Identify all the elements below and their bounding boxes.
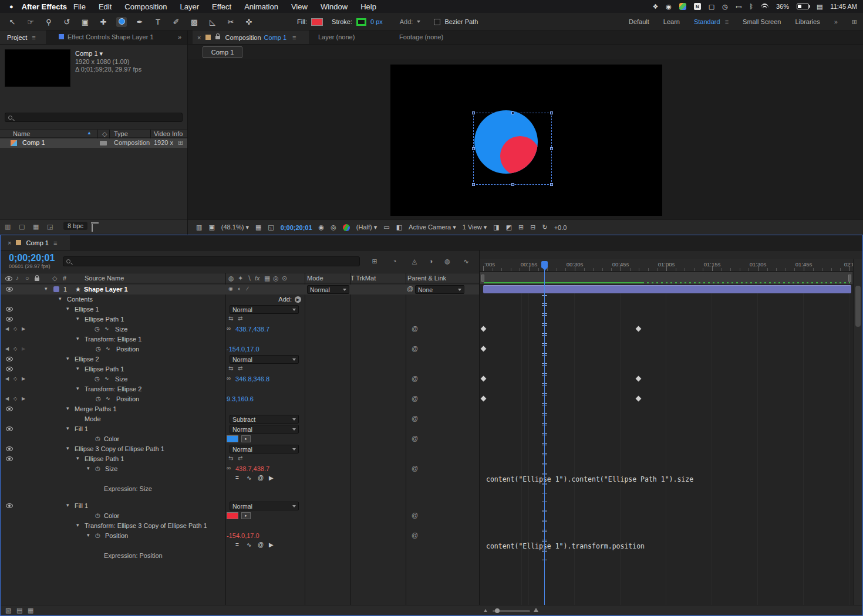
property-label[interactable]: Transform: Ellipse 1 (85, 336, 141, 343)
next-keyframe-icon[interactable]: ▶ (22, 327, 25, 331)
visibility-eye-icon[interactable] (6, 427, 13, 431)
property-value[interactable]: 9.3,160.6 (227, 395, 254, 402)
snapshot-icon[interactable]: ◉ (319, 224, 325, 231)
apple-menu-icon[interactable]: ● (9, 3, 14, 10)
pickwhip-icon[interactable]: @ (412, 415, 418, 422)
property-label[interactable]: Ellipse Path 1 (85, 365, 124, 373)
layer-duration-bar[interactable] (483, 285, 851, 293)
keyframe-diamond[interactable] (635, 326, 641, 332)
pickwhip-icon[interactable]: @ (412, 395, 418, 402)
property-label[interactable]: Position (116, 395, 139, 402)
path-direction-icon[interactable]: ⇆ (228, 316, 233, 321)
expression-enable-icon[interactable]: = (235, 475, 239, 481)
twirl-icon[interactable]: ▾ (66, 503, 69, 508)
project-row-comp1[interactable]: Comp 1 Composition 1920 x ⊞ (0, 138, 188, 148)
show-snapshot-icon[interactable]: ◎ (331, 224, 336, 231)
stopwatch-icon[interactable]: ◷ (95, 326, 100, 332)
graph-editor-icon[interactable]: ∿ (461, 257, 471, 266)
selection-bounding-box[interactable] (473, 113, 552, 185)
property-value[interactable]: 346.8,346.8 (235, 375, 269, 383)
handle-w[interactable] (472, 147, 475, 150)
new-composition-icon[interactable]: ▦ (33, 223, 39, 231)
layer-color-chip[interactable] (53, 286, 59, 292)
magnification-menu[interactable]: (48.1%) ▾ (221, 224, 249, 231)
keyframe-diamond[interactable] (635, 396, 641, 402)
twirl-icon[interactable]: ▾ (66, 306, 69, 312)
resolution-menu[interactable]: (Half) ▾ (356, 224, 377, 231)
property-label[interactable]: Size (115, 326, 127, 333)
twirl-icon[interactable]: ▾ (76, 456, 79, 461)
visibility-eye-icon[interactable] (6, 503, 13, 508)
prev-keyframe-icon[interactable]: ◀ (5, 397, 9, 401)
expand-in-out-icon[interactable]: ▧ (5, 607, 11, 614)
hide-shy-layers-icon[interactable]: ◬ (409, 257, 420, 266)
blend-mode-select[interactable]: Normal (230, 355, 299, 364)
delete-icon[interactable] (92, 224, 93, 232)
viewer-timecode[interactable]: 0;00;20;01 (281, 224, 312, 231)
col-parent[interactable]: Parent & Link (407, 275, 446, 282)
menu-item-animation[interactable]: Animation (238, 2, 285, 11)
expression-graph-icon[interactable]: ∿ (247, 475, 251, 481)
workspace-libraries[interactable]: Libraries (795, 18, 820, 25)
handle-s[interactable] (511, 183, 514, 186)
flowchart-button-icon[interactable]: ⊟ (530, 224, 535, 231)
col-mode[interactable]: Mode (307, 275, 323, 282)
graph-icon[interactable]: ∿ (106, 396, 110, 401)
viewer-tab-comp1[interactable]: Comp 1 (203, 46, 242, 58)
add-keyframe-icon[interactable]: ◇ (14, 327, 17, 331)
transparency-grid-icon[interactable]: ◧ (396, 224, 402, 231)
bezier-path-checkbox[interactable] (434, 19, 440, 25)
stroke-color-swatch[interactable] (356, 18, 366, 26)
property-label[interactable]: Color (104, 435, 119, 442)
constrain-link-icon[interactable]: ∞ (227, 465, 231, 471)
keyframe-diamond[interactable] (480, 376, 486, 382)
path-direction-icon[interactable]: ⇆ (228, 455, 233, 461)
timeline-track-area[interactable]: content("Ellipse 1").content("Ellipse Pa… (480, 285, 853, 605)
twirl-icon[interactable]: ▾ (76, 336, 79, 341)
clock-icon[interactable]: ◷ (722, 4, 728, 10)
handle-se[interactable] (550, 183, 553, 186)
expression-pickwhip-icon[interactable]: @ (258, 475, 264, 481)
pixel-aspect-icon[interactable]: ◨ (493, 224, 499, 231)
keyframe-diamond[interactable] (635, 376, 641, 382)
layer-switch-icon[interactable]: ◉ (228, 286, 233, 292)
current-time-indicator-head[interactable] (541, 261, 548, 268)
zoom-out-mountain-icon[interactable] (484, 609, 487, 612)
expand-modes-icon[interactable]: ▤ (16, 607, 22, 614)
twirl-icon[interactable]: ▾ (87, 466, 90, 471)
constrain-link-icon[interactable]: ∞ (227, 326, 231, 331)
stopwatch-icon[interactable]: ◷ (95, 466, 100, 472)
add-shape-menu-icon[interactable]: ▶ (295, 296, 301, 303)
twirl-icon[interactable]: ▾ (59, 296, 62, 302)
keyframe-diamond[interactable] (480, 396, 486, 402)
wifi-icon[interactable] (761, 4, 768, 10)
lock-icon[interactable] (215, 36, 220, 39)
graph-icon[interactable]: ∿ (106, 346, 110, 351)
notes-app-icon[interactable]: N (694, 3, 701, 10)
workspace-learn[interactable]: Learn (663, 18, 680, 25)
color-picker-icon[interactable]: ▸ (241, 512, 251, 519)
rotate-tool-icon[interactable]: ↺ (62, 18, 72, 26)
fast-previews-icon[interactable]: ◩ (506, 224, 512, 231)
menu-item-layer[interactable]: Layer (174, 2, 206, 11)
dropbox-icon[interactable]: ❖ (652, 4, 658, 10)
graph-icon[interactable]: ∿ (104, 326, 109, 331)
twirl-icon[interactable]: ▾ (87, 533, 90, 538)
expression-text[interactable]: content("Ellipse 1").transform.position (486, 542, 645, 550)
selection-tool-icon[interactable]: ↖ (7, 18, 18, 26)
bluetooth-icon[interactable]: ᛒ (749, 4, 753, 10)
grid-guides-icon[interactable]: ▦ (255, 224, 261, 231)
roto-brush-tool-icon[interactable]: ✂ (225, 18, 236, 26)
property-label[interactable]: Ellipse 1 (75, 306, 99, 313)
property-label[interactable]: Color (104, 512, 119, 519)
blend-mode-select[interactable]: Normal (230, 425, 299, 434)
twirl-icon[interactable]: ▾ (76, 386, 79, 391)
twirl-icon[interactable]: ▾ (76, 523, 79, 528)
layer-switch-icon[interactable]: ◐ (238, 286, 241, 292)
keyframe-diamond[interactable] (480, 326, 486, 332)
expand-switches-icon[interactable]: ▦ (28, 607, 33, 614)
expression-language-icon[interactable]: ▶ (269, 542, 274, 548)
zoom-slider-knob[interactable] (495, 608, 500, 613)
work-area-end-handle[interactable] (848, 275, 851, 282)
color-swatch[interactable] (227, 512, 238, 519)
